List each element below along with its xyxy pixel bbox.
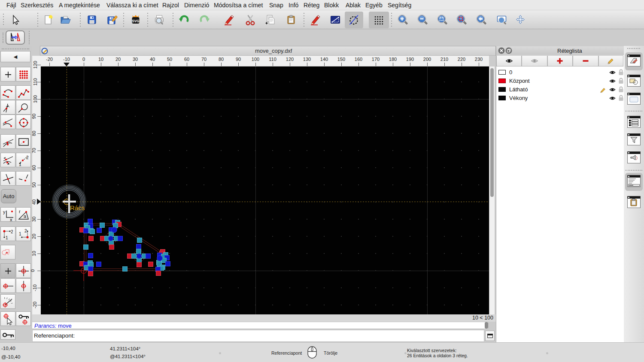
- svg-text:2: 2: [24, 229, 27, 233]
- svg-text:1: 1: [19, 162, 21, 167]
- svg-text:y: y: [3, 209, 6, 214]
- svg-text:SVG: SVG: [132, 19, 139, 23]
- svg-text:2: 2: [11, 229, 13, 234]
- svg-text:Rács: Rács: [70, 204, 85, 211]
- svg-text:1: 1: [6, 235, 8, 240]
- svg-text:1: 1: [19, 232, 21, 236]
- svg-text:2: 2: [26, 155, 29, 160]
- svg-text:a: a: [24, 214, 27, 219]
- svg-text:r: r: [19, 209, 21, 214]
- svg-text:x: x: [10, 217, 12, 221]
